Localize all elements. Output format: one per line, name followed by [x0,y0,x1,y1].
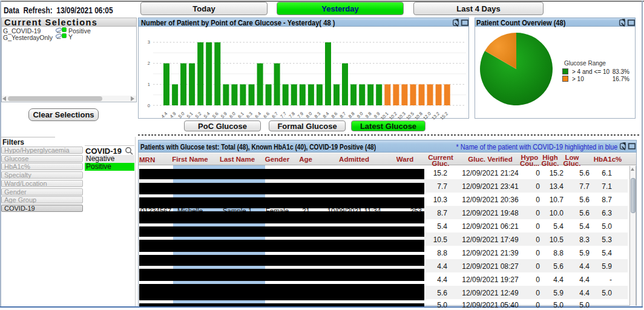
svg-text:10.5: 10.5 [405,111,415,121]
svg-text:5.2: 5.2 [194,111,203,119]
svg-text:0: 0 [148,103,150,108]
svg-text:8.7: 8.7 [339,111,347,119]
svg-text:10.3: 10.3 [396,111,407,121]
svg-text:8.0: 8.0 [305,111,314,119]
svg-text:1: 1 [148,82,150,87]
svg-text:5.6: 5.6 [211,111,220,119]
svg-text:8.8: 8.8 [347,111,356,119]
svg-text:5.9: 5.9 [220,111,228,119]
svg-text:6.1: 6.1 [237,111,245,119]
svg-text:4.4: 4.4 [160,111,169,119]
svg-text:13.2: 13.2 [430,111,441,121]
svg-text:2: 2 [148,61,150,66]
svg-text:15.2: 15.2 [439,111,449,121]
svg-text:8.4: 8.4 [322,111,330,119]
svg-text:6.4: 6.4 [254,111,262,119]
svg-text:7.7: 7.7 [279,111,288,119]
svg-text:5.4: 5.4 [203,111,211,119]
svg-text:6.6: 6.6 [262,111,271,119]
svg-text:7.8: 7.8 [288,111,296,119]
svg-text:6.7: 6.7 [271,111,279,119]
svg-text:9.0: 9.0 [356,111,364,119]
svg-text:5.1: 5.1 [186,111,194,119]
svg-text:10.1: 10.1 [380,111,390,121]
svg-text:5.0: 5.0 [177,111,186,119]
svg-text:4.9: 4.9 [169,111,177,119]
svg-text:8.6: 8.6 [330,111,339,119]
svg-text:6.3: 6.3 [245,111,254,119]
svg-text:8.3: 8.3 [314,111,322,119]
svg-text:7.9: 7.9 [296,111,304,119]
svg-text:10.8: 10.8 [413,111,424,121]
svg-text:12.0: 12.0 [422,111,432,121]
svg-text:9.8: 9.8 [364,111,373,119]
svg-text:3: 3 [148,39,150,45]
svg-text:10.2: 10.2 [388,111,398,121]
svg-text:6.0: 6.0 [228,111,237,119]
